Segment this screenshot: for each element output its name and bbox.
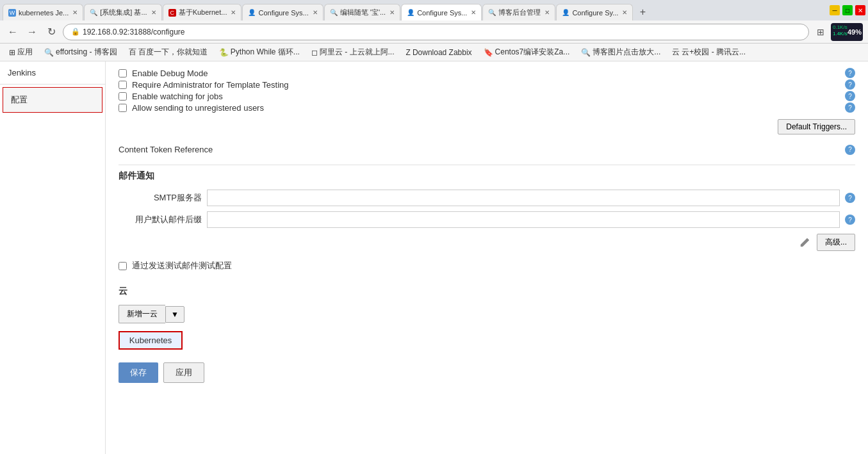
suffix-input[interactable] [207, 211, 840, 228]
centos-icon: 🔖 [484, 48, 493, 57]
content-token-row: Content Token Reference ? [119, 140, 855, 159]
edit-icon-button[interactable] [796, 233, 814, 251]
refresh-button[interactable]: ↻ [44, 24, 59, 40]
tab-8-close[interactable]: ✕ [622, 9, 627, 16]
require-admin-help-icon[interactable]: ? [845, 79, 855, 90]
extensions-icon[interactable]: ⊞ [813, 24, 828, 40]
browser-window: W kubernetes Je... ✕ 🔍 [系统集成] 基... ✕ C 基… [0, 0, 868, 454]
cloud-section: 云 新增一云 ▼ Kubernetes [119, 286, 855, 352]
content-token-label: Content Token Reference [119, 140, 213, 159]
bookmark-effortsing[interactable]: 🔍 effortsing - 博客园 [40, 45, 121, 59]
allow-sending-content: Allow sending to unregistered users [119, 103, 845, 113]
apply-button[interactable]: 应用 [163, 362, 204, 383]
tab-3[interactable]: C 基于Kubernet... ✕ [163, 4, 242, 20]
enable-debug-checkbox[interactable] [119, 69, 127, 77]
enable-debug-help-icon[interactable]: ? [845, 68, 855, 78]
bookmark-blog-img[interactable]: 🔍 博客图片点击放大... [577, 45, 664, 59]
new-tab-button[interactable]: + [634, 4, 651, 20]
bookmark-python-label: Python While 循环... [231, 47, 300, 58]
bookmark-effortsing-label: effortsing - 博客园 [56, 47, 117, 58]
bookmark-baidu[interactable]: 百 百度一下，你就知道 [125, 45, 211, 59]
suffix-row: 用户默认邮件后缀 ? [119, 211, 855, 228]
edit-icon [799, 236, 811, 248]
sidebar: Jenkins 配置 [0, 61, 106, 454]
python-icon: 🐍 [219, 48, 229, 57]
tab-2-label: [系统集成] 基... [100, 8, 147, 17]
tab-4-close[interactable]: ✕ [313, 9, 318, 16]
address-bar[interactable]: 🔒 192.168.0.92:31888/configure [63, 24, 809, 40]
bookmark-zabbix[interactable]: Z Download Zabbix [402, 47, 476, 58]
allow-sending-label: Allow sending to unregistered users [132, 103, 264, 113]
tab-6-close[interactable]: ✕ [471, 9, 476, 16]
bookmarks-bar: ⊞ 应用 🔍 effortsing - 博客园 百 百度一下，你就知道 🐍 Py… [0, 44, 868, 61]
advanced-button[interactable]: 高级... [817, 234, 855, 251]
tab-6[interactable]: 👤 Configure Sys... ✕ [401, 4, 482, 20]
tab-8[interactable]: 👤 Configure Sy... ✕ [556, 4, 633, 20]
test-email-checkbox[interactable] [119, 262, 127, 270]
smtp-input[interactable] [207, 190, 840, 206]
add-cloud-main-button[interactable]: 新增一云 [119, 305, 165, 323]
checkbox-section: Enable Debug Mode ? Require Administrato… [119, 68, 855, 119]
kubernetes-item[interactable]: Kubernetes [119, 331, 183, 350]
enable-debug-label: Enable Debug Mode [132, 69, 208, 78]
tab-5-label: 编辑随笔 '宝'... [340, 8, 386, 17]
enable-watching-checkbox[interactable] [119, 92, 127, 101]
smtp-help-icon[interactable]: ? [845, 193, 855, 203]
tab-3-close[interactable]: ✕ [231, 9, 236, 16]
mail-section: 邮件通知 SMTP服务器 ? 用户默认邮件后缀 ? [119, 170, 855, 275]
tab-8-icon: 👤 [562, 9, 569, 16]
tab-8-label: Configure Sy... [572, 9, 618, 17]
tab-2[interactable]: 🔍 [系统集成] 基... ✕ [84, 4, 161, 20]
tab-7-label: 博客后台管理 [498, 8, 541, 17]
forward-button[interactable]: → [24, 24, 40, 40]
content-token-help-icon[interactable]: ? [845, 145, 855, 155]
tab-6-label: Configure Sys... [417, 9, 467, 17]
page-content: Jenkins 配置 Enable Debug Mode ? [0, 61, 868, 454]
navigation-toolbar: ← → ↻ 🔒 192.168.0.92:31888/configure ⊞ 0… [0, 20, 868, 44]
default-triggers-button[interactable]: Default Triggers... [778, 119, 855, 134]
tab-5-close[interactable]: ✕ [389, 9, 395, 16]
tab-4-label: Configure Sys... [258, 9, 308, 17]
suffix-label: 用户默认邮件后缀 [119, 214, 202, 225]
bookmark-blog-img-label: 博客图片点击放大... [593, 47, 660, 58]
tab-1[interactable]: W kubernetes Je... ✕ [3, 4, 83, 20]
minimize-button[interactable]: ─ [830, 5, 840, 15]
tab-7[interactable]: 🔍 博客后台管理 ✕ [482, 4, 555, 20]
apps-icon: ⊞ [9, 48, 15, 57]
tab-1-icon: W [8, 9, 16, 17]
bookmark-tencent[interactable]: 云 云+校园 - 腾讯云... [668, 45, 749, 59]
toolbar-right: ⊞ 0.1K/s 1.4K/s 49% [813, 23, 863, 41]
tab-bar: W kubernetes Je... ✕ 🔍 [系统集成] 基... ✕ C 基… [3, 0, 824, 20]
close-button[interactable]: ✕ [855, 5, 865, 15]
tab-7-icon: 🔍 [488, 9, 496, 16]
save-button[interactable]: 保存 [119, 362, 158, 383]
bookmark-apps[interactable]: ⊞ 应用 [5, 45, 37, 59]
add-cloud-dropdown-button[interactable]: ▼ [165, 306, 184, 323]
sidebar-item-jenkins[interactable]: Jenkins [0, 61, 105, 85]
enable-watching-help-icon[interactable]: ? [845, 91, 855, 101]
tab-2-icon: 🔍 [90, 9, 97, 16]
tab-2-close[interactable]: ✕ [151, 9, 156, 16]
tab-6-icon: 👤 [407, 9, 414, 16]
allow-sending-checkbox[interactable] [119, 104, 127, 112]
bookmark-centos-label: Centos7编译安装Za... [495, 47, 570, 58]
bookmark-python[interactable]: 🐍 Python While 循环... [215, 45, 304, 59]
bookmark-aliyun[interactable]: ◻ 阿里云 - 上云就上阿... [307, 45, 398, 59]
mail-section-title: 邮件通知 [119, 170, 855, 184]
cloud-section-title: 云 [119, 286, 855, 300]
sidebar-item-config[interactable]: 配置 [3, 87, 102, 113]
cpu-percent: 49% [848, 28, 862, 36]
bottom-buttons: 保存 应用 [119, 362, 855, 383]
effortsing-icon: 🔍 [44, 48, 54, 57]
tab-5[interactable]: 🔍 编辑随笔 '宝'... ✕ [324, 4, 400, 20]
back-button[interactable]: ← [5, 24, 20, 40]
suffix-help-icon[interactable]: ? [845, 215, 855, 225]
tab-1-close[interactable]: ✕ [72, 9, 78, 16]
allow-sending-help-icon[interactable]: ? [845, 102, 855, 113]
tab-7-close[interactable]: ✕ [545, 9, 550, 16]
bookmark-centos[interactable]: 🔖 Centos7编译安装Za... [480, 45, 574, 59]
tab-4[interactable]: 👤 Configure Sys... ✕ [242, 4, 323, 20]
upload-speed: 0.1K/s [833, 24, 848, 31]
require-admin-checkbox[interactable] [119, 81, 127, 89]
maximize-button[interactable]: □ [842, 5, 853, 15]
